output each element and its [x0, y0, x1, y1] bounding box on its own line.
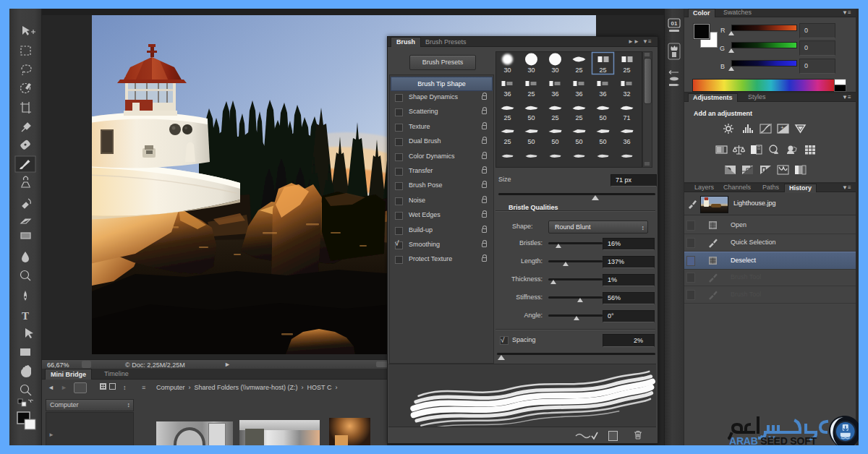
svg-text:30: 30: [527, 67, 535, 74]
svg-text:50: 50: [527, 138, 535, 145]
svg-text:36: 36: [575, 90, 582, 98]
svg-text:36: 36: [623, 138, 630, 145]
svg-text:71: 71: [623, 114, 630, 121]
svg-text:ARAB SEED SOFT: ARAB SEED SOFT: [729, 435, 817, 445]
svg-text:30: 30: [503, 67, 511, 74]
svg-text:25: 25: [527, 90, 535, 98]
svg-text:25: 25: [551, 114, 558, 121]
svg-text:25: 25: [503, 114, 511, 121]
svg-text:50: 50: [599, 114, 606, 121]
svg-text:50: 50: [527, 114, 535, 121]
svg-text:25: 25: [575, 114, 582, 121]
svg-text:36: 36: [503, 90, 511, 98]
svg-text:25: 25: [503, 138, 511, 145]
svg-text:36: 36: [599, 90, 606, 98]
svg-text:25: 25: [575, 67, 582, 74]
svg-text:+: +: [780, 124, 784, 131]
svg-text:T: T: [22, 310, 29, 322]
svg-text:30: 30: [551, 67, 558, 74]
svg-text:01: 01: [671, 20, 678, 27]
svg-text:36: 36: [551, 90, 558, 98]
svg-text:32: 32: [623, 90, 630, 98]
svg-text:50: 50: [575, 138, 582, 145]
svg-text:25: 25: [623, 67, 630, 74]
svg-text:50: 50: [551, 138, 558, 145]
svg-text:50: 50: [599, 138, 606, 145]
svg-text:25: 25: [599, 67, 606, 74]
